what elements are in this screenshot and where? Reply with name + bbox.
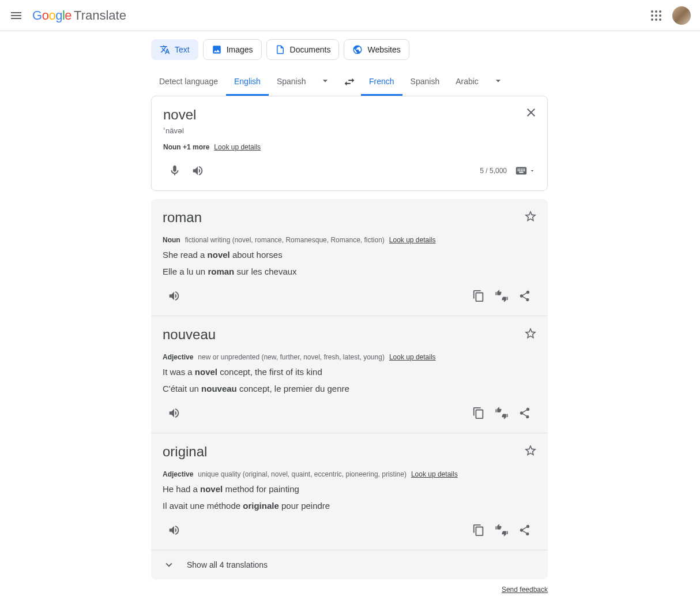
- header: Google Translate: [0, 0, 700, 31]
- show-all-label: Show all 4 translations: [187, 560, 268, 569]
- clear-button[interactable]: [524, 106, 538, 119]
- dropdown-icon: [529, 167, 536, 174]
- rate-button[interactable]: [490, 284, 513, 308]
- mode-tabs: Text Images Documents Websites: [151, 39, 548, 60]
- mic-button[interactable]: [163, 159, 186, 182]
- speaker-icon: [191, 164, 204, 177]
- thumbs-icon: [495, 524, 508, 537]
- avatar[interactable]: [672, 6, 691, 25]
- copy-button[interactable]: [467, 284, 490, 308]
- translation-lookup-link[interactable]: Look up details: [411, 470, 458, 478]
- chevron-down-icon: [319, 75, 331, 87]
- share-icon: [518, 524, 531, 537]
- example-french: C'était un nouveau concept, le premier d…: [163, 382, 536, 395]
- translation-word: nouveau: [163, 327, 536, 343]
- keyboard-button[interactable]: [515, 164, 536, 177]
- save-translation-button[interactable]: [524, 327, 537, 340]
- share-icon: [518, 407, 531, 419]
- svg-point-8: [659, 18, 661, 21]
- target-lang-french[interactable]: French: [361, 68, 402, 96]
- translation-desc: unique quality (original, novel, quaint,…: [198, 470, 407, 478]
- send-feedback-link[interactable]: Send feedback: [502, 586, 548, 594]
- logo[interactable]: Google Translate: [32, 8, 126, 23]
- rate-button[interactable]: [490, 402, 513, 425]
- svg-point-7: [655, 18, 657, 21]
- swap-languages-button[interactable]: [338, 70, 361, 93]
- mode-text[interactable]: Text: [151, 39, 198, 60]
- chevron-down-icon: [163, 558, 175, 571]
- listen-translation-button[interactable]: [163, 284, 186, 308]
- menu-icon[interactable]: [9, 9, 23, 22]
- example-english: It was a novel concept, the first of its…: [163, 366, 536, 378]
- swap-icon: [343, 76, 356, 88]
- rate-button[interactable]: [490, 519, 513, 542]
- language-bar: Detect language English Spanish French S…: [151, 68, 548, 96]
- document-icon: [275, 44, 285, 55]
- example-english: She read a novel about horses: [163, 249, 536, 261]
- app-name: Translate: [74, 8, 126, 23]
- share-button[interactable]: [513, 519, 536, 542]
- copy-icon: [472, 524, 485, 537]
- source-lang-more[interactable]: [314, 75, 337, 89]
- translation-word: roman: [163, 209, 536, 226]
- svg-point-4: [655, 14, 657, 17]
- translation-lookup-link[interactable]: Look up details: [389, 353, 436, 361]
- mode-websites-label: Websites: [367, 45, 400, 54]
- svg-point-3: [651, 14, 653, 17]
- translate-icon: [160, 44, 170, 55]
- copy-icon: [472, 290, 485, 302]
- source-pos-summary: Noun +1 more: [163, 143, 209, 151]
- share-button[interactable]: [513, 284, 536, 308]
- save-translation-button[interactable]: [524, 209, 537, 223]
- star-outline-icon: [524, 444, 537, 457]
- target-lang-arabic[interactable]: Arabic: [447, 68, 487, 96]
- translation-pos: Noun: [163, 236, 180, 244]
- share-icon: [518, 290, 531, 302]
- svg-point-1: [655, 10, 657, 13]
- mic-icon: [168, 164, 181, 177]
- pronunciation: ˈnävəl: [163, 126, 536, 135]
- svg-point-2: [659, 10, 661, 13]
- svg-point-5: [659, 14, 661, 17]
- source-lang-spanish[interactable]: Spanish: [269, 68, 314, 96]
- copy-icon: [472, 407, 485, 419]
- show-all-translations[interactable]: Show all 4 translations: [151, 550, 548, 579]
- globe-icon: [352, 44, 363, 55]
- source-panel: novel ˈnävəl Noun +1 more Look up detail…: [151, 96, 548, 191]
- translation-desc: new or unpredented (new, further, novel,…: [198, 353, 385, 361]
- target-lang-more[interactable]: [487, 75, 510, 89]
- speaker-icon: [168, 524, 180, 537]
- keyboard-icon: [515, 164, 528, 177]
- listen-translation-button[interactable]: [163, 402, 186, 425]
- char-count: 5 / 5,000: [480, 167, 507, 175]
- svg-point-0: [651, 10, 653, 13]
- translations-list: roman Noun fictional writing (novel, rom…: [151, 199, 548, 579]
- source-lang-english[interactable]: English: [226, 68, 269, 96]
- speaker-icon: [168, 407, 180, 419]
- mode-documents[interactable]: Documents: [266, 39, 340, 60]
- star-outline-icon: [524, 327, 537, 340]
- mode-images[interactable]: Images: [203, 39, 262, 60]
- thumbs-icon: [495, 290, 508, 302]
- target-lang-spanish[interactable]: Spanish: [402, 68, 448, 96]
- share-button[interactable]: [513, 402, 536, 425]
- translation-card: original Adjective unique quality (origi…: [151, 433, 548, 550]
- listen-source-button[interactable]: [186, 159, 209, 182]
- translation-word: original: [163, 444, 536, 460]
- source-input[interactable]: novel: [163, 107, 536, 123]
- thumbs-icon: [495, 407, 508, 419]
- mode-images-label: Images: [227, 45, 253, 54]
- translation-lookup-link[interactable]: Look up details: [389, 236, 436, 244]
- apps-icon[interactable]: [649, 9, 663, 22]
- speaker-icon: [168, 290, 180, 302]
- copy-button[interactable]: [467, 402, 490, 425]
- star-outline-icon: [524, 209, 537, 223]
- mode-websites[interactable]: Websites: [344, 39, 409, 60]
- listen-translation-button[interactable]: [163, 519, 186, 542]
- close-icon: [524, 106, 538, 119]
- save-translation-button[interactable]: [524, 444, 537, 457]
- source-lang-detect[interactable]: Detect language: [151, 68, 226, 96]
- translation-card: nouveau Adjective new or unpredented (ne…: [151, 316, 548, 433]
- source-lookup-link[interactable]: Look up details: [214, 143, 261, 151]
- copy-button[interactable]: [467, 519, 490, 542]
